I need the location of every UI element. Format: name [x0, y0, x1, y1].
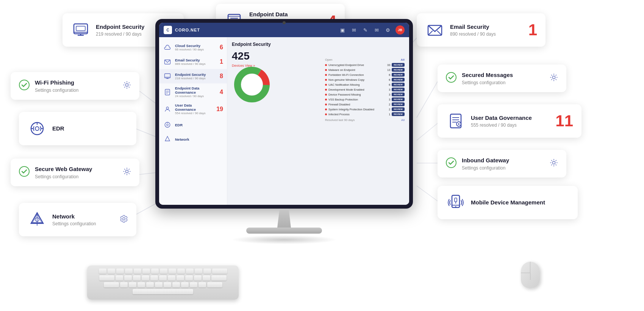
- card-network-body: Network Settings configuration: [52, 213, 112, 227]
- secured-messages-gear-icon[interactable]: [550, 73, 558, 83]
- sidebar-cloud-count: 6: [220, 44, 223, 51]
- issue-label-6: Device Password Missing: [328, 93, 383, 96]
- card-mobile-device[interactable]: Mobile Device Management: [438, 186, 578, 219]
- issue-row-5: Development Mode Enabled 3 REVIEW: [325, 88, 405, 91]
- app-navbar: C CORO.NET ▣ ✉ ✎ ✉ ⚙ JB: [159, 23, 409, 37]
- mouse-divider: [530, 273, 531, 280]
- svg-marker-67: [165, 137, 170, 141]
- network-gear-icon[interactable]: [120, 215, 128, 225]
- card-inbound-gateway-title: Inbound Gateway: [462, 157, 542, 164]
- sidebar-item-user-body: User Data Governance 554 resolved / 90 d…: [175, 103, 213, 115]
- card-secured-messages-sub: Settings configuration: [462, 80, 542, 85]
- sidebar-item-cloud-body: Cloud Security 66 resolved / 90 days: [175, 44, 217, 51]
- card-inbound-gateway-sub: Settings configuration: [462, 165, 542, 171]
- card-network[interactable]: Network Settings configuration: [19, 203, 136, 236]
- issue-dot-5: [325, 89, 327, 91]
- issues-table: Open All Unencrypted Endpoint Drive 33 R…: [325, 58, 405, 122]
- issue-dot-2: [325, 74, 327, 76]
- sidebar-endpoint-label: Endpoint Security: [175, 72, 217, 77]
- card-email-security[interactable]: Email Security 890 resolved / 90 days 1: [417, 13, 546, 47]
- monitor-screen: C CORO.NET ▣ ✉ ✎ ✉ ⚙ JB: [159, 23, 409, 205]
- issue-label-9: System Integrity Protection Disabled: [328, 108, 383, 111]
- issue-review-7[interactable]: REVIEW: [392, 97, 405, 101]
- wifi-phishing-gear-icon[interactable]: [123, 81, 131, 91]
- card-network-title: Network: [52, 213, 112, 220]
- issue-review-10[interactable]: REVIEW: [392, 112, 405, 116]
- issues-table-header: Open All: [325, 58, 405, 61]
- resolved-all[interactable]: All: [401, 118, 405, 122]
- sidebar-endpoint-sub: 218 resolved / 90 days: [175, 77, 217, 80]
- issue-review-9[interactable]: REVIEW: [392, 107, 405, 111]
- card-wifi-phishing[interactable]: Wi-Fi Phishing Settings configuration: [11, 72, 139, 100]
- app-user-avatar[interactable]: JB: [395, 25, 405, 35]
- inbound-gateway-gear-icon[interactable]: [550, 159, 558, 168]
- card-user-data-gov[interactable]: User Data Governance 555 resolved / 90 d…: [438, 104, 581, 138]
- sidebar-item-user-data-gov[interactable]: User Data Governance 554 resolved / 90 d…: [159, 101, 227, 118]
- key-backspace: [212, 269, 227, 274]
- card-edr-title: EDR: [52, 125, 128, 132]
- issue-review-1[interactable]: REVIEW: [392, 68, 405, 72]
- nav-settings-icon[interactable]: ⚙: [384, 26, 392, 34]
- nav-monitor-icon[interactable]: ▣: [339, 26, 346, 34]
- card-inbound-gateway[interactable]: Inbound Gateway Settings configuration: [438, 150, 566, 177]
- card-secure-web[interactable]: Secure Web Gateway Settings configuratio…: [11, 159, 139, 186]
- issue-review-5[interactable]: REVIEW: [392, 88, 405, 91]
- ep-data-gov-sidebar-icon: [163, 88, 172, 97]
- key: [155, 282, 163, 287]
- user-data-gov-icon: [446, 111, 466, 131]
- sidebar-item-network[interactable]: Network: [159, 132, 227, 146]
- sidebar-item-edr-body: EDR: [175, 123, 223, 127]
- sidebar-network-label: Network: [175, 137, 223, 141]
- key-enter: [211, 275, 227, 281]
- issue-dot-0: [325, 64, 327, 66]
- issue-review-6[interactable]: REVIEW: [392, 93, 405, 96]
- svg-point-70: [241, 74, 263, 95]
- sidebar-user-label: User Data Governance: [175, 103, 213, 112]
- nav-bell-icon[interactable]: ✉: [350, 26, 358, 34]
- key: [185, 275, 193, 281]
- all-label[interactable]: All: [401, 58, 405, 61]
- endpoint-sec-sidebar-icon: [163, 72, 172, 81]
- sidebar-ep-data-sub: 24 resolved / 90 days: [175, 94, 217, 98]
- card-email-security-body: Email Security 890 resolved / 90 days: [450, 23, 520, 37]
- card-network-sub: Settings configuration: [52, 221, 112, 226]
- svg-rect-49: [452, 195, 460, 207]
- svg-line-22: [428, 31, 433, 35]
- key: [151, 269, 159, 274]
- app-content: Cloud Security 66 resolved / 90 days 6 E…: [159, 37, 409, 205]
- svg-rect-40: [450, 114, 461, 128]
- sidebar-item-edr[interactable]: EDR: [159, 118, 227, 132]
- issue-dot-3: [325, 79, 327, 81]
- card-edr[interactable]: EDR: [19, 112, 136, 145]
- key: [194, 275, 202, 281]
- issue-review-8[interactable]: REVIEW: [392, 102, 405, 106]
- issue-row-3: Non-genuine Windows Copy 6 REVIEW: [325, 78, 405, 82]
- issue-dot-6: [325, 94, 327, 96]
- sidebar-item-cloud-security[interactable]: Cloud Security 66 resolved / 90 days 6: [159, 40, 227, 55]
- key: [120, 282, 128, 287]
- secure-web-gear-icon[interactable]: [123, 167, 131, 177]
- issue-dot-7: [325, 99, 327, 101]
- issue-review-0[interactable]: REVIEW: [392, 63, 405, 67]
- email-security-sidebar-icon: [163, 57, 172, 66]
- issue-review-2[interactable]: REVIEW: [392, 73, 405, 77]
- mouse-left-button[interactable]: [521, 262, 530, 273]
- issue-review-4[interactable]: REVIEW: [392, 83, 405, 86]
- cloud-security-sidebar-icon: [163, 43, 172, 52]
- sidebar-item-email-security[interactable]: Email Security 889 resolved / 90 days 1: [159, 55, 227, 69]
- nav-alert-icon[interactable]: ✎: [361, 26, 369, 34]
- issue-review-3[interactable]: REVIEW: [392, 78, 405, 82]
- issue-count-5: 3: [385, 88, 390, 91]
- issue-count-3: 6: [385, 78, 390, 82]
- sidebar-edr-label: EDR: [175, 123, 223, 127]
- card-secured-messages[interactable]: Secured Messages Settings configuration: [438, 64, 566, 92]
- sidebar-item-endpoint-security[interactable]: Endpoint Security 218 resolved / 90 days…: [159, 69, 227, 83]
- open-label: Open: [325, 58, 333, 61]
- card-mobile-device-title: Mobile Device Management: [471, 199, 569, 206]
- sidebar-item-ep-data-gov[interactable]: Endpoint Data Governance 24 resolved / 9…: [159, 83, 227, 101]
- nav-mail-icon[interactable]: ✉: [373, 26, 380, 34]
- key: [177, 269, 185, 274]
- issue-count-9: 2: [385, 108, 390, 111]
- network-sidebar-icon: [163, 135, 172, 144]
- app-logo: C: [164, 26, 172, 34]
